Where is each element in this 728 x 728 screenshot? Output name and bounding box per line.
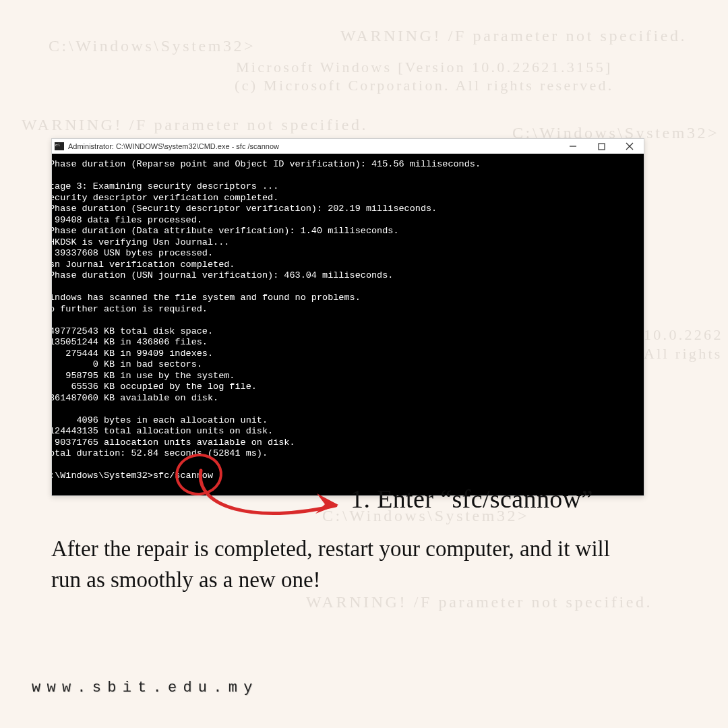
window-title: Administrator: C:\WINDOWS\system32\CMD.e… [68,142,567,150]
svg-rect-1 [599,144,605,150]
terminal-line [52,171,644,182]
window-controls [567,140,641,152]
terminal-line: o further action is required. [52,304,644,315]
bg-prompt-text: C:\Windows\System32> [49,37,255,55]
close-button[interactable] [624,140,636,152]
instruction-body: After the repair is completed, restart y… [51,534,638,595]
terminal-line: indows has scanned the file system and f… [52,293,644,304]
cmd-window: Administrator: C:\WINDOWS\system32\CMD.e… [51,138,644,496]
terminal-line: Phase duration (USN journal verification… [52,270,644,282]
terminal-line: sn Journal verification completed. [52,260,644,271]
terminal-line [52,404,644,415]
step-callout: 1. Enter “sfc/scannow” [351,484,593,514]
terminal-line [52,315,644,326]
terminal-line: 497772543 KB total disk space. [52,326,644,338]
bg-version-text: Microsoft Windows [Version 10.0.22621.31… [236,59,613,76]
cmd-icon [55,142,64,150]
terminal-line: 135051244 KB in 436806 files. [52,337,644,348]
terminal-line: 361487060 KB available on disk. [52,393,644,404]
terminal-line: tage 3: Examining security descriptors .… [52,181,644,193]
terminal-line: 65536 KB occupied by the log file. [52,382,644,393]
bg-warning-text: WARNING! /F parameter not specified. [340,27,687,45]
terminal-line: ecurity descriptor verification complete… [52,193,644,204]
terminal-line: 0 KB in bad sectors. [52,359,644,371]
terminal-line: 124443135 total allocation units on disk… [52,426,644,437]
footer-url: www.sbit.edu.my [32,679,259,696]
terminal-line [52,282,644,293]
terminal-line: 4096 bytes in each allocation unit. [52,415,644,427]
terminal-line: Phase duration (Security descriptor veri… [52,204,644,215]
bg-copyright-text: (c) Microsoft Corporation. All rights re… [235,77,614,94]
terminal-line: 958795 KB in use by the system. [52,371,644,382]
window-titlebar[interactable]: Administrator: C:\WINDOWS\system32\CMD.e… [52,139,644,154]
terminal-line: HKDSK is verifying Usn Journal... [52,237,644,249]
bg-copyright-text: All rights r [644,345,728,363]
bg-warning-text: WARNING! /F parameter not specified. [306,593,653,611]
annotation-arrow [174,444,356,531]
terminal-line: 275444 KB in 99409 indexes. [52,348,644,360]
maximize-button[interactable] [595,140,607,152]
terminal-line: 39337608 USN bytes processed. [52,248,644,260]
terminal-line: 99408 data files processed. [52,215,644,226]
minimize-button[interactable] [567,140,579,152]
bg-version-text: 10.0.2262 [644,326,723,344]
terminal-line: Phase duration (Reparse point and Object… [52,159,644,171]
terminal-line: Phase duration (Data attribute verificat… [52,226,644,237]
bg-warning-text: WARNING! /F parameter not specified. [22,116,368,134]
